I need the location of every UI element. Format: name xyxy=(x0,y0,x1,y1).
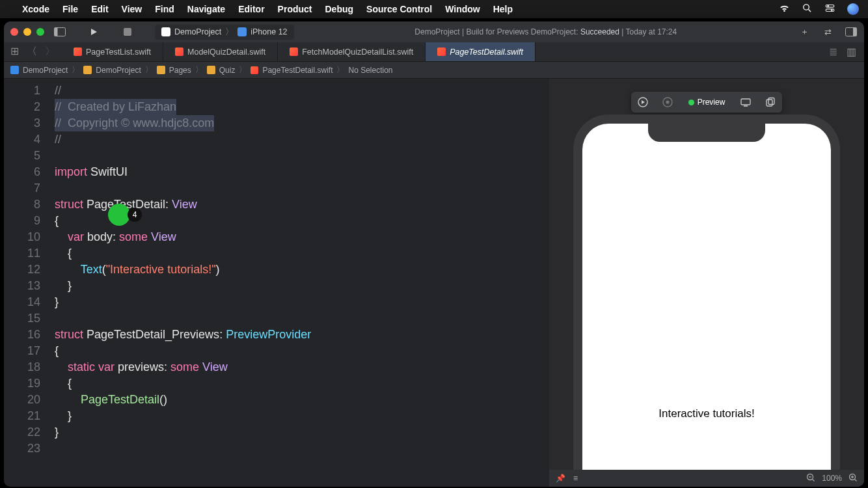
menubar-view[interactable]: View xyxy=(122,4,142,14)
run-button[interactable] xyxy=(87,25,100,38)
folder-icon xyxy=(83,66,92,74)
jump-bar[interactable]: DemoProject〉 DemoProject〉 Pages〉 Quiz〉 P… xyxy=(4,62,864,79)
code-review-icon[interactable]: ⇄ xyxy=(821,25,834,38)
svg-point-3 xyxy=(827,5,829,7)
menubar-window[interactable]: Window xyxy=(445,4,480,14)
status-dot-icon xyxy=(688,100,694,105)
swift-file-icon xyxy=(175,47,183,56)
nav-back-icon[interactable]: 〈 xyxy=(27,45,37,59)
cursor-count: 4 xyxy=(128,208,142,222)
device-icon xyxy=(237,27,247,36)
menubar-edit[interactable]: Edit xyxy=(91,4,108,14)
menubar-navigate[interactable]: Navigate xyxy=(187,4,225,14)
code-editor[interactable]: 1234567891011121314151617181920212223 //… xyxy=(4,79,549,487)
nav-forward-icon[interactable]: 〉 xyxy=(45,45,55,59)
window-controls xyxy=(10,28,44,36)
preview-toolbar: Preview xyxy=(631,92,783,113)
menubar-find[interactable]: Find xyxy=(155,4,174,14)
live-preview-play-icon[interactable] xyxy=(634,94,652,110)
menubar-help[interactable]: Help xyxy=(493,4,513,14)
svg-rect-2 xyxy=(826,9,834,12)
activity-status: DemoProject | Build for Previews DemoPro… xyxy=(303,27,789,36)
svg-rect-9 xyxy=(853,28,857,36)
menubar-debug[interactable]: Debug xyxy=(325,4,354,14)
toggle-inspector-icon[interactable] xyxy=(845,25,858,38)
preview-status[interactable]: Preview xyxy=(683,98,731,107)
preview-bottom-bar: 📌 ≡ 100% xyxy=(549,470,864,487)
app-icon xyxy=(161,27,170,36)
scheme-device: iPhone 12 xyxy=(251,27,287,36)
zoom-in-icon[interactable] xyxy=(848,473,858,484)
preview-device-settings-icon[interactable] xyxy=(737,94,755,110)
xcode-toolbar: DemoProject 〉 iPhone 12 DemoProject | Bu… xyxy=(4,21,864,42)
add-button[interactable]: ＋ xyxy=(798,25,811,38)
menubar-editor[interactable]: Editor xyxy=(238,4,264,14)
stop-button[interactable] xyxy=(121,25,134,38)
swift-file-icon xyxy=(74,47,82,56)
related-items-icon[interactable]: ⊞ xyxy=(10,45,19,59)
device-notch xyxy=(648,124,765,142)
adjust-editor-icon[interactable]: ▥ xyxy=(847,46,856,58)
menubar-app[interactable]: Xcode xyxy=(22,4,49,14)
code-content[interactable]: // // Created by LiFazhan // Copyright ©… xyxy=(49,79,549,487)
svg-rect-6 xyxy=(55,28,58,36)
wifi-icon[interactable] xyxy=(779,3,790,16)
spotlight-icon[interactable] xyxy=(802,3,813,16)
toggle-navigator-icon[interactable] xyxy=(53,25,66,38)
preview-text: Interactive tutorials! xyxy=(582,407,831,420)
svg-rect-13 xyxy=(741,99,750,105)
preview-on-device-icon[interactable] xyxy=(658,94,677,110)
svg-point-12 xyxy=(666,101,669,104)
editor-tabbar: ⊞ 〈 〉 PageTestList.swift ModelQuizDetail… xyxy=(4,42,864,62)
tab-pagetestdetail[interactable]: PageTestDetail.swift xyxy=(426,42,536,61)
user-avatar-icon[interactable] xyxy=(847,3,859,15)
preview-device-frame: Interactive tutorials! xyxy=(573,115,840,487)
menubar-source-control[interactable]: Source Control xyxy=(366,4,432,14)
pin-preview-icon[interactable]: 📌 xyxy=(556,474,565,483)
cursor-dot-icon xyxy=(108,204,130,226)
tab-fetchmodelquizdetaillist[interactable]: FetchModelQuizDetailList.swift xyxy=(278,42,426,61)
swift-file-icon xyxy=(251,66,258,74)
svg-rect-1 xyxy=(826,5,834,8)
minimize-window-button[interactable] xyxy=(23,28,31,36)
control-center-icon[interactable] xyxy=(824,3,835,16)
editor-options-icon[interactable]: ≣ xyxy=(829,46,837,58)
menubar-file[interactable]: File xyxy=(62,4,78,14)
close-window-button[interactable] xyxy=(10,28,18,36)
cursor-marker: 4 xyxy=(108,204,142,226)
zoom-level[interactable]: 100% xyxy=(822,474,842,483)
tab-pagetestlist[interactable]: PageTestList.swift xyxy=(62,42,163,61)
scheme-project: DemoProject xyxy=(174,27,221,36)
tab-modelquizdetail[interactable]: ModelQuizDetail.swift xyxy=(163,42,278,61)
zoom-window-button[interactable] xyxy=(36,28,44,36)
svg-point-0 xyxy=(804,5,809,10)
folder-icon xyxy=(157,66,165,74)
line-gutter: 1234567891011121314151617181920212223 xyxy=(4,79,49,487)
svg-point-4 xyxy=(831,9,833,11)
preview-screen[interactable]: Interactive tutorials! xyxy=(582,124,831,487)
xcode-window: DemoProject 〉 iPhone 12 DemoProject | Bu… xyxy=(4,21,864,487)
scheme-selector[interactable]: DemoProject 〉 iPhone 12 xyxy=(155,25,294,40)
preview-canvas: Preview Interactive tutorials! 📌 ≡ 100% xyxy=(549,79,864,487)
folder-icon xyxy=(207,66,215,74)
swift-file-icon xyxy=(437,47,446,56)
svg-rect-7 xyxy=(124,28,131,36)
zoom-out-icon[interactable] xyxy=(806,473,815,484)
swift-file-icon xyxy=(290,47,298,56)
project-icon xyxy=(10,66,19,74)
preview-duplicate-icon[interactable] xyxy=(761,94,780,110)
menubar-product[interactable]: Product xyxy=(278,4,312,14)
svg-rect-15 xyxy=(768,98,774,105)
preview-settings-icon[interactable]: ≡ xyxy=(573,474,578,483)
macos-menubar: Xcode File Edit View Find Navigate Edito… xyxy=(0,0,868,18)
svg-rect-14 xyxy=(766,100,772,106)
